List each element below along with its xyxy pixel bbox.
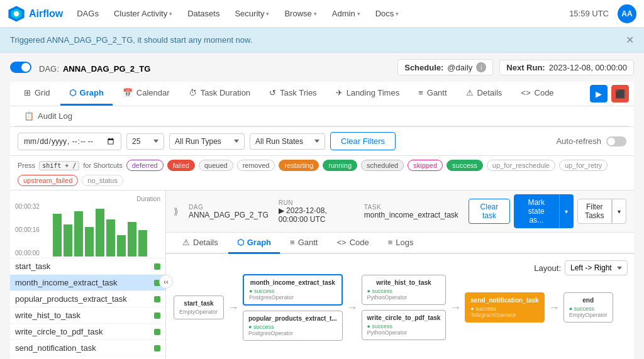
auto-refresh-control: Auto-refresh (556, 136, 626, 146)
filter-tasks-button[interactable]: Filter Tasks (577, 199, 612, 224)
badge-up-retry[interactable]: up_for_retry (559, 160, 608, 171)
shortcuts-suffix: for Shortcuts (83, 162, 122, 169)
task-dot (154, 312, 160, 319)
filterbar: 25 All Run Types All Run States Clear Fi… (10, 127, 634, 156)
schedule-value: @daily (447, 63, 472, 72)
nav-cluster-activity[interactable]: Cluster Activity ▾ (108, 5, 179, 22)
schedule-info-icon[interactable]: i (476, 62, 486, 72)
dag-toggle[interactable] (10, 62, 31, 73)
task-tab-code[interactable]: <>Code (328, 233, 377, 254)
badge-restarting[interactable]: restarting (279, 160, 319, 171)
task-tabs: ⚠Details ⬡Graph ≡Gantt <>Code ≡Logs (166, 233, 634, 254)
tab-audit-log[interactable]: 📋 Audit Log (15, 106, 629, 126)
alert-banner: Triggered ANNA_DAG_PG_2_TG, it should st… (0, 28, 644, 53)
task-item-send-notification[interactable]: send_notification_task (10, 340, 165, 356)
badge-removed[interactable]: removed (237, 160, 275, 171)
collapse-left-button[interactable]: ‹‹ (159, 275, 173, 289)
task-item-end[interactable]: end (10, 356, 165, 359)
dag-node-popular-products[interactable]: popular_products_extract_t... ● success … (243, 311, 343, 341)
tab-grid[interactable]: ⊞Grid (15, 82, 59, 106)
badge-success[interactable]: success (447, 160, 483, 171)
logo[interactable]: Airflow (8, 5, 63, 23)
dag-node-write-hist[interactable]: write_hist_to_task ● success PythonOpera… (362, 275, 447, 305)
badge-running[interactable]: running (323, 160, 357, 171)
mark-state-button[interactable]: Mark state as... (514, 194, 559, 228)
badge-no-status[interactable]: no_status (82, 175, 123, 186)
tab-calendar[interactable]: 📅Calendar (114, 82, 179, 106)
tab-landing-times[interactable]: ✈Landing Times (327, 82, 409, 106)
clear-task-button[interactable]: Clear task (469, 199, 510, 224)
dag-node-end[interactable]: end ● success EmptyOperator (564, 292, 613, 323)
badge-skipped[interactable]: skipped (408, 160, 443, 171)
run-states-select[interactable]: All Run States (250, 133, 325, 150)
date-filter-input[interactable] (18, 133, 121, 150)
layout-control: Layout: Left -> Right (534, 260, 628, 275)
dag-header: DAG: ANNA_DAG_PG_2_TG Schedule: @daily i… (10, 59, 634, 75)
dag-node-start-task[interactable]: start_task EmptyOperator (174, 295, 224, 319)
task-item-write-circle[interactable]: write_circle_to_pdf_task (10, 324, 165, 340)
badge-queued[interactable]: queued (199, 160, 233, 171)
duration-chart-label: Duration (136, 196, 160, 202)
task-item-month-income[interactable]: month_income_extract_task (10, 275, 165, 291)
clear-filters-button[interactable]: Clear Filters (330, 132, 396, 150)
badge-upstream-failed[interactable]: upstream_failed (18, 175, 78, 186)
dag-node-month-income[interactable]: month_income_extract_task ● success Post… (243, 274, 343, 306)
dag-name: ANNA_DAG_PG_2_TG (63, 64, 150, 74)
nav-security[interactable]: Security ▾ (228, 5, 275, 22)
nav-browse[interactable]: Browse ▾ (278, 5, 323, 22)
task-tab-logs[interactable]: ≡Logs (379, 233, 423, 254)
next-run-badge: Next Run: 2023-12-08, 00:00:00 (499, 60, 634, 75)
user-avatar[interactable]: AA (618, 4, 636, 23)
alert-close-button[interactable]: ✕ (626, 34, 634, 46)
nav-docs[interactable]: Docs ▾ (369, 5, 406, 22)
task-item-popular-products[interactable]: popular_products_extract_task (10, 291, 165, 307)
filter-tasks-dropdown[interactable]: ▾ (612, 199, 626, 224)
dag-arrow-2: → (347, 301, 358, 314)
task-tab-graph[interactable]: ⬡Graph (228, 233, 280, 254)
badge-scheduled[interactable]: scheduled (361, 160, 404, 171)
task-item-start[interactable]: start_task (10, 258, 165, 275)
chart-bar-5 (96, 209, 104, 257)
tab-code[interactable]: <>Code (512, 82, 562, 106)
task-header: ⟫ DAG ANNA_DAG_PG_2_TG Run ▶ 2023-12-08,… (166, 191, 634, 233)
nav-dags[interactable]: DAGs (70, 5, 105, 22)
next-run-value: 2023-12-08, 00:00:00 (549, 63, 627, 72)
duration-y-label-top: 00:00:32 (15, 203, 50, 210)
stop-button[interactable]: ⬛ (611, 85, 629, 102)
task-tab-details[interactable]: ⚠Details (174, 233, 227, 254)
dag-arrow-3: → (450, 301, 461, 314)
dag-node-send-notification[interactable]: send_notification_task ● success Telegra… (465, 292, 544, 323)
dag-flow-graph: start_task EmptyOperator → month_income_… (174, 274, 626, 341)
mark-state-dropdown[interactable]: ▾ (559, 194, 574, 228)
task-item-label: start_task (15, 262, 50, 271)
svg-point-2 (14, 11, 19, 16)
dag-node-write-circle[interactable]: write_circle_to_pdf_task ● success Pytho… (362, 310, 447, 340)
task-tab-gantt[interactable]: ≡Gantt (281, 233, 326, 254)
badge-deferred[interactable]: deferred (126, 160, 164, 171)
alert-message: Triggered ANNA_DAG_PG_2_TG, it should st… (10, 35, 252, 45)
badge-failed[interactable]: failed (167, 160, 195, 171)
badge-up-reschedule[interactable]: up_for_reschedule (487, 160, 555, 171)
auto-refresh-toggle[interactable] (606, 136, 626, 146)
task-item-write-hist[interactable]: write_hist_to_task (10, 307, 165, 324)
run-types-select[interactable]: All Run Types (169, 133, 245, 150)
page-content: DAG: ANNA_DAG_PG_2_TG Schedule: @daily i… (0, 53, 644, 359)
run-button[interactable]: ▶ (590, 85, 608, 102)
nav-admin[interactable]: Admin ▾ (326, 5, 367, 22)
run-count-select[interactable]: 25 (126, 133, 164, 150)
dag-column-right-middle: write_hist_to_task ● success PythonOpera… (362, 275, 447, 340)
expand-icon[interactable]: ⟫ (174, 206, 179, 216)
status-badges-row: Press shift + / for Shortcuts deferred f… (10, 156, 634, 191)
filter-tasks-group: Filter Tasks ▾ (577, 199, 626, 224)
audit-log-bar: 📋 Audit Log (10, 106, 634, 127)
tab-task-tries[interactable]: ↺Task Tries (260, 82, 326, 106)
tab-graph[interactable]: ⬡Graph (60, 82, 113, 106)
layout-select[interactable]: Left -> Right (565, 260, 628, 275)
task-item-label: month_income_extract_task (15, 278, 118, 287)
nav-datasets[interactable]: Datasets (181, 5, 226, 22)
tab-task-duration[interactable]: ⏱Task Duration (180, 82, 259, 106)
tab-gantt[interactable]: ≡Gantt (409, 82, 455, 106)
layout-label: Layout: (534, 263, 561, 273)
chart-bar-1 (53, 214, 62, 257)
tab-details[interactable]: ⚠Details (457, 82, 511, 106)
